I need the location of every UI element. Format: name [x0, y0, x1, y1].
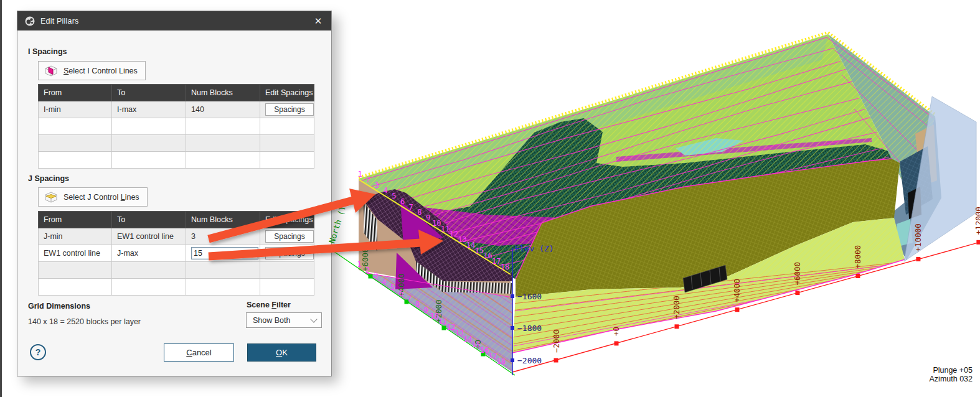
plunge-value: Plunge +05: [878, 366, 973, 375]
ok-button[interactable]: OK: [247, 343, 316, 362]
front-face-contour: [514, 268, 903, 337]
elev-axis-tick-marker: [511, 294, 514, 298]
pillar-number-top: 7: [409, 203, 413, 212]
grid-dimensions-heading: Grid Dimensions: [28, 302, 90, 311]
grid-dimensions-value: 140 x 18 = 2520 blocks per layer: [28, 317, 141, 326]
col-num-blocks: Num Blocks: [186, 85, 260, 101]
surface-contour-line: [397, 69, 847, 202]
chevron-down-icon: [310, 315, 317, 322]
elev-axis-tick-label: −2000: [517, 356, 542, 365]
pillar-number-top: 6: [400, 197, 405, 206]
app-screen: Edit Pillars ✕ I Spacings Select I Contr…: [0, 0, 980, 397]
north-axis-tick-marker: [405, 300, 409, 304]
front-face-contour: [514, 266, 903, 324]
pillar-number-bottom: 11: [438, 317, 447, 326]
pillar-number-top: 2: [366, 175, 370, 184]
pillar-number-top: 15: [475, 246, 484, 255]
east-axis-tick-label: +6000: [793, 262, 802, 286]
pillar-number-bottom: 8: [415, 300, 420, 309]
surface-contour-line: [409, 82, 852, 210]
col-to: To: [112, 85, 186, 101]
pillar-number-top: 4: [383, 186, 387, 195]
pillar-number-top: 9: [426, 213, 430, 222]
select-j-control-lines-button[interactable]: Select J Control Lines: [38, 187, 148, 207]
help-button[interactable]: ?: [30, 344, 46, 360]
col-edit-spacings: Edit Spacings: [260, 85, 314, 101]
east-axis-tick-label: +12000: [974, 207, 980, 235]
select-i-label: Select I Control Lines: [64, 67, 138, 75]
i-spacings-button[interactable]: Spacings: [265, 103, 314, 116]
scene-filter-dropdown[interactable]: Show Both: [246, 312, 322, 328]
i-spacings-heading: I Spacings: [28, 47, 67, 56]
select-i-control-lines-button[interactable]: Select I Control Lines: [38, 61, 146, 80]
pillar-number-top: 13: [458, 235, 466, 244]
north-axis: [334, 251, 515, 375]
pillar-number-top: 8: [417, 208, 422, 217]
north-axis-tick-label: +0: [473, 340, 483, 349]
elev-axis-tick-marker: [511, 326, 514, 330]
table-row: [39, 118, 314, 135]
col-from: From: [39, 85, 112, 101]
table-row: [39, 262, 314, 279]
model-geometry: [359, 32, 976, 372]
surface-contour-line: [460, 132, 877, 242]
edit-pillars-dialog: Edit Pillars ✕ I Spacings Select I Contr…: [17, 11, 332, 376]
front-face-contour: [514, 263, 903, 311]
pillar-number-top: 18: [501, 263, 509, 271]
surface-contour-line: [435, 110, 865, 227]
east-axis: [512, 241, 980, 372]
table-row: J-min EW1 control line 3 Spacings: [39, 228, 314, 245]
elev-axis-title: Elev (Z): [515, 244, 554, 253]
table-row: [39, 152, 314, 169]
dialog-titlebar[interactable]: Edit Pillars ✕: [17, 11, 331, 30]
j-control-lines-icon: [44, 191, 59, 203]
east-axis-tick-label: +0: [611, 327, 621, 336]
j-spacings-button-row2[interactable]: Spacings: [265, 247, 314, 259]
elev-axis-tick-label: −1800: [517, 324, 542, 333]
pillar-number-bottom: 1: [357, 260, 361, 269]
north-axis-tick-label: +6000: [360, 248, 370, 271]
cancel-button[interactable]: Cancel: [164, 343, 234, 362]
north-axis-tick-label: +4000: [397, 273, 406, 297]
north-axis-tick-marker: [369, 274, 373, 279]
num-blocks-input[interactable]: [191, 247, 258, 259]
j-spacings-heading: J Spacings: [28, 174, 69, 183]
app-icon: [25, 16, 35, 26]
axis-labels: +6000+4000+2000+0North (Y)−2000+0+2000+4…: [327, 170, 980, 366]
scene-filter-heading: Scene Filter: [247, 301, 291, 309]
elev-axis-tick-marker: [511, 358, 514, 362]
east-axis-tick-label: +4000: [732, 279, 742, 302]
pillar-number-top: 14: [466, 241, 475, 250]
pillar-number-bottom: 16: [480, 346, 489, 355]
front-face-contour: [514, 264, 903, 317]
front-face-contour-magenta: [514, 263, 903, 311]
pillar-number-bottom: 10: [430, 312, 438, 320]
east-axis-tick-marker: [916, 257, 920, 261]
table-row: EW1 control line J-max Spacings: [39, 245, 314, 262]
surface-contour-line: [498, 166, 895, 266]
east-axis-tick-marker: [976, 240, 980, 245]
pillar-number-top: 11: [441, 225, 450, 233]
table-row: [39, 279, 314, 296]
close-icon[interactable]: ✕: [313, 16, 324, 27]
j-spacings-button-row1[interactable]: Spacings: [265, 230, 314, 243]
front-face-contour: [514, 267, 903, 330]
select-j-label: Select J Control Lines: [64, 193, 139, 202]
east-axis-tick-marker: [855, 274, 860, 278]
panel-edge-divider: [0, 0, 2, 397]
pillar-number-top: 5: [392, 192, 396, 200]
surface-contour-line: [384, 62, 841, 195]
pillar-number-top: 12: [449, 230, 458, 238]
table-row: I-min I-max 140 Spacings: [39, 101, 314, 118]
east-axis-tick-label: +10000: [913, 223, 923, 251]
axes: [334, 241, 980, 375]
pillar-number-bottom: 15: [471, 340, 480, 349]
pillar-number-top: 10: [432, 219, 441, 228]
table-header-row: From To Num Blocks Edit Spacings: [39, 85, 314, 101]
scene-filter-value: Show Both: [253, 316, 290, 325]
pillar-number-bottom: 14: [463, 335, 472, 343]
view-orientation-indicator: Plunge +05 Azimuth 032: [878, 366, 973, 383]
front-face-contour-magenta: [514, 273, 903, 346]
elev-axis-tick-label: −1600: [517, 292, 542, 301]
east-axis-tick-label: +8000: [853, 245, 862, 269]
